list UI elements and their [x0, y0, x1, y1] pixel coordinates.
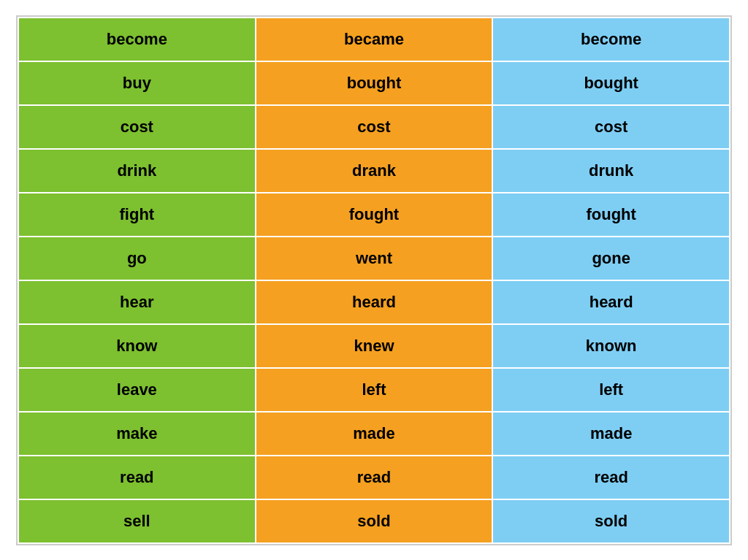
past-tense-cell: sold	[256, 499, 493, 543]
table-row: costcostcost	[18, 105, 730, 149]
past-participle-cell: bought	[492, 61, 730, 105]
past-participle-cell: drunk	[492, 149, 730, 193]
table-row: makemademade	[18, 412, 730, 456]
past-tense-cell: left	[256, 368, 493, 412]
past-tense-cell: read	[256, 456, 493, 499]
base-form-cell: make	[18, 412, 256, 456]
table-row: leaveleftleft	[18, 368, 730, 412]
past-participle-cell: cost	[492, 105, 730, 149]
base-form-cell: become	[18, 18, 256, 61]
past-tense-cell: knew	[256, 324, 493, 368]
base-form-cell: sell	[18, 499, 256, 543]
table-row: buyboughtbought	[18, 61, 730, 105]
past-participle-cell: gone	[492, 237, 730, 280]
past-participle-cell: become	[492, 18, 730, 61]
past-participle-cell: fought	[492, 193, 730, 237]
base-form-cell: know	[18, 324, 256, 368]
base-form-cell: drink	[18, 149, 256, 193]
base-form-cell: leave	[18, 368, 256, 412]
base-form-cell: hear	[18, 280, 256, 324]
past-tense-cell: cost	[256, 105, 493, 149]
base-form-cell: cost	[18, 105, 256, 149]
past-participle-cell: left	[492, 368, 730, 412]
past-participle-cell: known	[492, 324, 730, 368]
past-participle-cell: made	[492, 412, 730, 456]
past-tense-cell: fought	[256, 193, 493, 237]
base-form-cell: go	[18, 237, 256, 280]
past-tense-cell: made	[256, 412, 493, 456]
table-row: gowentgone	[18, 237, 730, 280]
table-row: drinkdrankdrunk	[18, 149, 730, 193]
past-participle-cell: sold	[492, 499, 730, 543]
past-tense-cell: drank	[256, 149, 493, 193]
past-tense-cell: heard	[256, 280, 493, 324]
table-row: fightfoughtfought	[18, 193, 730, 237]
past-participle-cell: heard	[492, 280, 730, 324]
past-participle-cell: read	[492, 456, 730, 499]
past-tense-cell: bought	[256, 61, 493, 105]
past-tense-cell: went	[256, 237, 493, 280]
table-row: hearheardheard	[18, 280, 730, 324]
base-form-cell: read	[18, 456, 256, 499]
table-row: readreadread	[18, 456, 730, 499]
table-row: becomebecamebecome	[18, 18, 730, 61]
base-form-cell: buy	[18, 61, 256, 105]
base-form-cell: fight	[18, 193, 256, 237]
past-tense-cell: became	[256, 18, 493, 61]
table-row: sellsoldsold	[18, 499, 730, 543]
verb-table: becomebecamebecomebuyboughtboughtcostcos…	[16, 15, 732, 545]
table-row: knowknewknown	[18, 324, 730, 368]
